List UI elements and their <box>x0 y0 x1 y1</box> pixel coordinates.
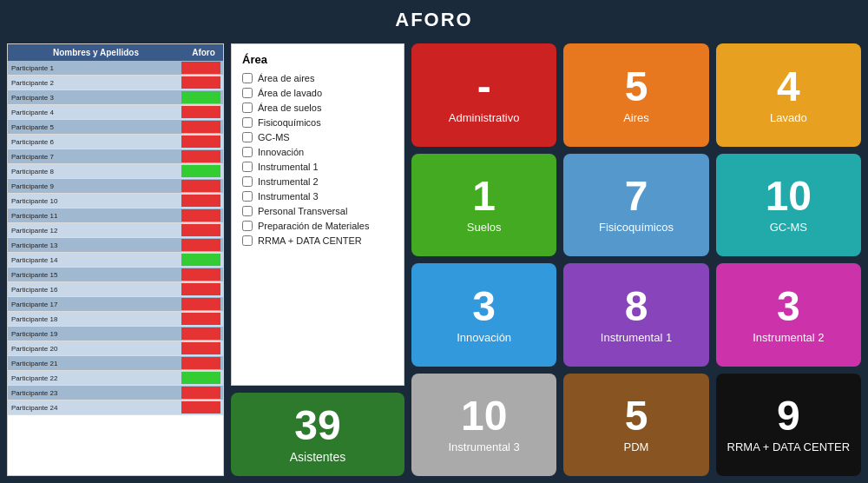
area-label: Instrumental 2 <box>258 176 319 187</box>
area-item[interactable]: Instrumental 3 <box>242 191 393 202</box>
row-status-red <box>181 298 220 310</box>
main-content: Nombres y Apellidos Aforo Participante 1… <box>0 38 868 483</box>
row-name: Participante 4 <box>8 107 179 118</box>
card-suelos[interactable]: 1Suelos <box>411 154 556 257</box>
card-innovacion[interactable]: 3Innovación <box>411 263 556 367</box>
row-name: Participante 16 <box>8 284 179 295</box>
row-status-red <box>181 62 220 74</box>
area-checkbox[interactable] <box>242 221 253 231</box>
card-label: Innovación <box>457 331 511 344</box>
table-row: Participante 3 <box>8 90 223 105</box>
area-item[interactable]: Fisicoquímicos <box>242 117 393 128</box>
card-aires[interactable]: 5Aires <box>563 43 708 147</box>
table-row: Participante 10 <box>8 194 223 208</box>
row-status-red <box>181 283 220 295</box>
area-item[interactable]: Instrumental 2 <box>242 176 393 187</box>
area-checkbox[interactable] <box>242 162 253 172</box>
row-status-red <box>181 328 220 340</box>
card-instrumental2[interactable]: 3Instrumental 2 <box>716 263 861 367</box>
row-status-red <box>181 209 220 222</box>
col-names-header: Nombres y Apellidos <box>8 44 184 61</box>
card-label: Suelos <box>467 221 502 234</box>
row-name: Participante 15 <box>8 269 179 281</box>
row-name: Participante 7 <box>8 151 179 162</box>
area-checkbox[interactable] <box>242 191 253 202</box>
area-item[interactable]: Personal Transversal <box>242 206 393 216</box>
card-gcms[interactable]: 10GC-MS <box>716 154 861 257</box>
row-status-red <box>181 239 220 251</box>
area-checkbox[interactable] <box>242 73 253 83</box>
area-item[interactable]: Instrumental 1 <box>242 162 393 172</box>
table-row: Participante 4 <box>8 105 223 120</box>
row-name: Participante 21 <box>8 358 179 369</box>
area-checkbox[interactable] <box>242 88 253 98</box>
row-status-red <box>181 224 220 236</box>
area-item[interactable]: Área de aires <box>242 73 393 83</box>
row-status-red <box>181 136 220 148</box>
card-pdm[interactable]: 5PDM <box>563 374 708 477</box>
table-row: Participante 13 <box>8 238 223 253</box>
card-label: Fisicoquímicos <box>599 221 674 234</box>
area-label: Preparación de Materiales <box>258 221 369 231</box>
card-number: 9 <box>777 395 800 437</box>
area-checkbox[interactable] <box>242 147 253 157</box>
area-item[interactable]: Área de lavado <box>242 88 393 98</box>
area-item[interactable]: RRMA + DATA CENTER <box>242 235 393 246</box>
card-number: 5 <box>625 395 648 437</box>
card-rrma[interactable]: 9RRMA + DATA CENTER <box>716 374 861 477</box>
row-status-red <box>181 76 220 89</box>
card-label: GC-MS <box>770 221 807 234</box>
card-number: 3 <box>472 286 496 328</box>
table-body: Participante 1Participante 2Participante… <box>8 61 223 415</box>
area-item[interactable]: GC-MS <box>242 132 393 142</box>
card-fisicoquimicos[interactable]: 7Fisicoquímicos <box>563 154 708 257</box>
table-row: Participante 1 <box>8 61 223 76</box>
area-checkbox[interactable] <box>242 132 253 142</box>
area-label: Instrumental 1 <box>258 162 319 172</box>
area-checkbox[interactable] <box>242 117 253 128</box>
card-label: Administrativo <box>449 111 520 124</box>
row-name: Participante 14 <box>8 255 179 266</box>
table-header: Nombres y Apellidos Aforo <box>8 44 223 61</box>
row-status-red <box>181 180 220 192</box>
card-label: Instrumental 2 <box>753 331 824 344</box>
row-name: Participante 22 <box>8 373 179 384</box>
row-name: Participante 19 <box>8 328 179 340</box>
row-name: Participante 5 <box>8 122 179 133</box>
area-options-list: Área de airesÁrea de lavadoÁrea de suelo… <box>242 73 393 246</box>
row-status-green <box>181 165 220 177</box>
row-status-green <box>181 372 220 384</box>
table-row: Participante 17 <box>8 297 223 312</box>
row-name: Participante 11 <box>8 210 179 222</box>
table-row: Participante 12 <box>8 223 223 238</box>
row-name: Participante 9 <box>8 181 179 192</box>
col-aforo-header: Aforo <box>184 44 223 61</box>
card-instrumental3[interactable]: 10Instrumental 3 <box>411 374 556 477</box>
area-checkbox[interactable] <box>242 235 253 246</box>
card-lavado[interactable]: 4Lavado <box>716 43 861 147</box>
row-name: Participante 23 <box>8 387 179 399</box>
table-row: Participante 7 <box>8 149 223 164</box>
area-label: RRMA + DATA CENTER <box>258 235 362 246</box>
row-status-red <box>181 106 220 118</box>
table-row: Participante 2 <box>8 76 223 90</box>
card-instrumental1[interactable]: 8Instrumental 1 <box>563 263 708 367</box>
area-checkbox[interactable] <box>242 206 253 216</box>
card-number: 7 <box>625 175 648 217</box>
area-label: Área de lavado <box>258 88 322 98</box>
row-status-green <box>181 91 220 103</box>
row-status-red <box>181 268 220 281</box>
area-checkbox[interactable] <box>242 176 253 187</box>
area-checkbox[interactable] <box>242 103 253 113</box>
area-item[interactable]: Preparación de Materiales <box>242 221 393 231</box>
card-administrativo[interactable]: -Administrativo <box>411 43 556 147</box>
card-label: Instrumental 3 <box>448 440 519 453</box>
area-item[interactable]: Área de suelos <box>242 103 393 113</box>
area-item[interactable]: Innovación <box>242 147 393 157</box>
table-row: Participante 8 <box>8 164 223 179</box>
area-cards-grid: -Administrativo5Aires4Lavado1Suelos7Fisi… <box>411 43 861 476</box>
attendance-table: Nombres y Apellidos Aforo Participante 1… <box>7 43 224 476</box>
table-row: Participante 6 <box>8 135 223 149</box>
area-label: Área de suelos <box>258 103 321 113</box>
row-name: Participante 20 <box>8 343 179 354</box>
